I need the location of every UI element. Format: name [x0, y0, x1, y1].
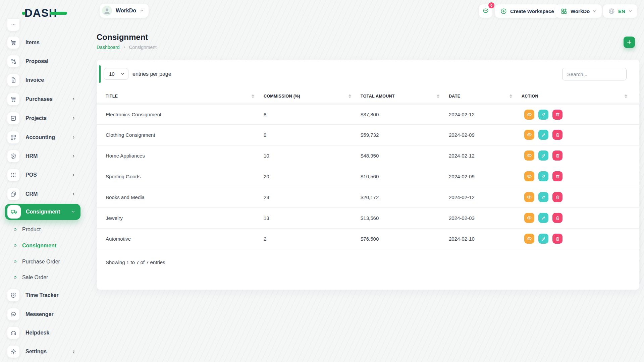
- sidebar-item-settings[interactable]: Settings: [0, 346, 84, 358]
- view-button[interactable]: [524, 150, 534, 161]
- breadcrumb-home-link[interactable]: Dashboard: [97, 45, 120, 50]
- workspace-menu-button[interactable]: WorkDo: [555, 4, 602, 18]
- sidebar-subitem-sale-order[interactable]: Sale Order: [0, 274, 84, 282]
- delete-button[interactable]: [552, 110, 562, 120]
- language-code: EN: [618, 8, 625, 14]
- sidebar-item-items[interactable]: Items: [0, 37, 84, 49]
- chevron-right-icon: [72, 155, 75, 158]
- edit-button[interactable]: [538, 234, 548, 244]
- trash-icon: [555, 153, 560, 158]
- swap-grid-icon: [7, 55, 19, 67]
- view-button[interactable]: [524, 213, 534, 223]
- cell-title: Clothing Consignment: [97, 124, 264, 145]
- sidebar-subitem-product[interactable]: Product: [0, 226, 84, 234]
- bullet-icon: [13, 244, 17, 247]
- column-header-title[interactable]: TITLE: [97, 90, 264, 104]
- consignment-card: 10 entries per page TITLE COMMISSION (%)…: [97, 60, 639, 290]
- sidebar-item-consignment[interactable]: Consignment: [5, 204, 80, 220]
- table-row: Books and Media 23 $20,172 2024-02-12: [97, 187, 639, 207]
- delete-button[interactable]: [552, 130, 562, 140]
- view-button[interactable]: [524, 192, 534, 202]
- trash-icon: [555, 195, 560, 200]
- cell-title: Electronics Consignment: [97, 104, 264, 124]
- cell-title: Home Appliances: [97, 145, 264, 166]
- chevron-right-icon: [72, 136, 75, 139]
- column-header-action[interactable]: ACTION: [522, 90, 639, 104]
- edit-button[interactable]: [538, 192, 548, 202]
- sidebar-item-projects[interactable]: Projects: [0, 112, 84, 124]
- cell-commission: 9: [264, 124, 361, 145]
- sidebar-item-time-tracker[interactable]: Time Tracker: [0, 289, 84, 301]
- cart-icon: [7, 37, 19, 49]
- chat-dots-icon: [482, 7, 489, 15]
- grid-plus-icon: [7, 131, 19, 143]
- cart-icon: [7, 93, 19, 105]
- breadcrumb: Dashboard Consignment: [97, 45, 157, 50]
- workspace-selector[interactable]: WorkDo: [100, 4, 149, 18]
- cell-total-amount: $10,560: [361, 166, 449, 187]
- cell-total-amount: $59,732: [361, 124, 449, 145]
- add-consignment-button[interactable]: [624, 37, 635, 48]
- view-button[interactable]: [524, 234, 534, 244]
- delete-button[interactable]: [552, 150, 562, 161]
- delete-button[interactable]: [552, 234, 562, 244]
- edit-button[interactable]: [538, 150, 548, 161]
- bullet-icon: [13, 228, 17, 231]
- create-workspace-button[interactable]: Create Workspace: [495, 4, 559, 18]
- sidebar-item-invoice[interactable]: Invoice: [0, 74, 84, 86]
- sidebar-item-hrm[interactable]: HRM: [0, 150, 84, 162]
- cell-date: 2024-02-03: [449, 207, 522, 228]
- sidebar-subitem-purchase-order[interactable]: Purchase Order: [0, 258, 84, 266]
- sidebar-item-messenger[interactable]: Messenger: [0, 308, 84, 320]
- sidebar-item-helpdesk[interactable]: Helpdesk: [0, 327, 84, 339]
- view-button[interactable]: [524, 130, 534, 140]
- cell-date: 2024-02-09: [449, 166, 522, 187]
- page-title: Consignment: [97, 33, 148, 42]
- cell-actions: [522, 187, 639, 207]
- sidebar-item-pos[interactable]: POS: [0, 169, 84, 181]
- delete-button[interactable]: [552, 213, 562, 223]
- sidebar-item-proposal[interactable]: Proposal: [0, 55, 84, 67]
- sidebar-item-accounting[interactable]: Accounting: [0, 131, 84, 143]
- edit-button[interactable]: [538, 130, 548, 140]
- column-header-commission-[interactable]: COMMISSION (%): [264, 90, 361, 104]
- sidebar-item-partial[interactable]: [7, 19, 19, 31]
- entries-per-page-label: entries per page: [132, 68, 171, 80]
- delete-button[interactable]: [552, 192, 562, 202]
- table-row: Sporting Goods 20 $10,560 2024-02-09: [97, 166, 639, 187]
- column-header-date[interactable]: DATE: [449, 90, 522, 104]
- table-row: Electronics Consignment 8 $37,800 2024-0…: [97, 104, 639, 124]
- view-button[interactable]: [524, 171, 534, 181]
- chevron-right-icon: [72, 117, 75, 120]
- column-header-total-amount[interactable]: TOTAL AMOUNT: [361, 90, 449, 104]
- sidebar-subitem-consignment[interactable]: Consignment: [0, 242, 84, 250]
- search-input[interactable]: [562, 68, 627, 80]
- cell-total-amount: $76,500: [361, 228, 449, 249]
- edit-button[interactable]: [538, 110, 548, 120]
- chevron-down-icon: [121, 72, 124, 76]
- globe-icon: [608, 8, 615, 15]
- delete-button[interactable]: [552, 171, 562, 181]
- chevron-down-icon: [71, 210, 75, 214]
- sort-arrows-icon: [252, 94, 254, 98]
- pencil-icon: [541, 236, 546, 241]
- workspace-menu-label: WorkDo: [571, 8, 590, 14]
- cell-commission: 2: [264, 228, 361, 249]
- edit-button[interactable]: [538, 171, 548, 181]
- sidebar-item-crm[interactable]: CRM: [0, 188, 84, 200]
- cell-title: Sporting Goods: [97, 166, 264, 187]
- chevron-right-icon: [123, 46, 126, 49]
- view-button[interactable]: [524, 110, 534, 120]
- entries-per-page-select[interactable]: 10: [104, 68, 128, 80]
- trash-icon: [555, 112, 560, 117]
- messages-button[interactable]: 0: [479, 4, 492, 18]
- eye-icon: [527, 194, 532, 200]
- sort-arrows-icon: [509, 94, 512, 98]
- cell-total-amount: $48,950: [361, 145, 449, 166]
- trash-icon: [555, 236, 560, 241]
- sidebar-item-purchases[interactable]: Purchases: [0, 93, 84, 105]
- language-menu-button[interactable]: EN: [603, 4, 637, 18]
- cell-commission: 13: [264, 207, 361, 228]
- edit-button[interactable]: [538, 213, 548, 223]
- cell-title: Books and Media: [97, 187, 264, 207]
